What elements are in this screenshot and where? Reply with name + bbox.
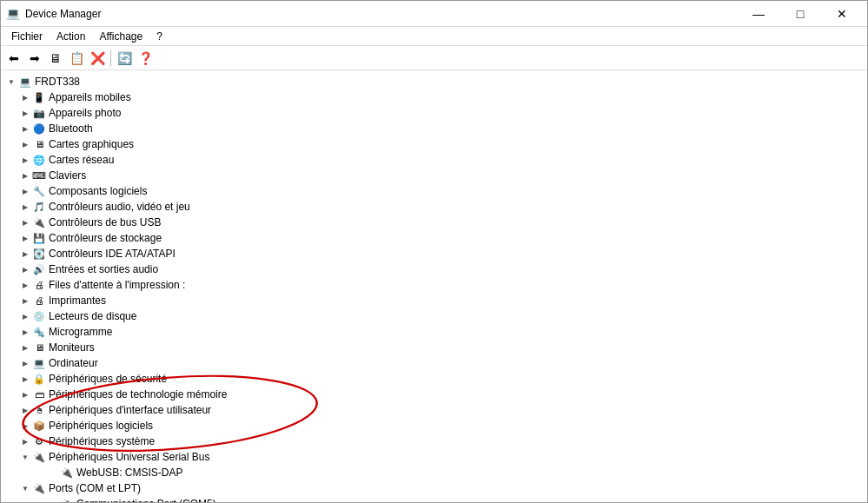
list-item[interactable]: ▶ 🌐 Cartes réseau	[1, 152, 867, 168]
memory-icon: 🗃	[32, 387, 46, 401]
mobile-icon: 📱	[32, 90, 46, 104]
expander: ▶	[18, 231, 32, 245]
refresh-button[interactable]: 🔄	[115, 49, 134, 68]
forward-button[interactable]: ➡	[25, 49, 44, 68]
item-label: Ports (COM et LPT)	[49, 482, 141, 494]
list-item[interactable]: ▶ 🖥 Moniteurs	[1, 340, 867, 355]
back-button[interactable]: ⬅	[4, 49, 23, 68]
network-icon: 🌐	[32, 153, 46, 167]
printer-icon: 🖨	[32, 294, 46, 308]
usb-device-icon: 🔌	[60, 466, 74, 480]
item-label: Périphériques de technologie mémoire	[49, 388, 227, 400]
com5-icon: 🔌	[60, 497, 74, 502]
device-manager-window: 💻 Device Manager — □ ✕ Fichier Action Af…	[0, 0, 868, 503]
list-item[interactable]: ▶ 📦 Périphériques logiciels	[1, 418, 867, 434]
list-item[interactable]: ▶ 🔒 Périphériques de sécurité	[1, 371, 867, 387]
monitor-icon: 🖥	[32, 341, 46, 354]
expander: ▶	[18, 90, 32, 104]
item-label: Communications Port (COM5)	[76, 498, 216, 502]
webusb-item[interactable]: ▶ 🔌 WebUSB: CMSIS-DAP	[1, 465, 867, 480]
item-label: Ordinateur	[49, 357, 98, 369]
properties-button[interactable]: 🖥	[46, 49, 65, 68]
camera-icon: 📷	[32, 106, 46, 120]
sys-dev-icon: ⚙	[32, 434, 46, 448]
tree-root[interactable]: ▼ 💻 FRDT338	[1, 74, 867, 89]
ports-icon: 🔌	[32, 481, 46, 495]
audio-icon: 🎵	[32, 200, 46, 214]
firmware-icon: 🔩	[32, 325, 46, 339]
computer-icon: 💻	[32, 356, 46, 370]
usb-group-item[interactable]: ▼ 🔌 Périphériques Universal Serial Bus	[1, 449, 867, 465]
hid-icon: 🖱	[32, 403, 46, 417]
gpu-icon: 🖥	[32, 137, 46, 151]
bluetooth-icon: 🔵	[32, 122, 46, 136]
ports-group-item[interactable]: ▼ 🔌 Ports (COM et LPT)	[1, 480, 867, 496]
device-tree: ▼ 💻 FRDT338 ▶ 📱 Appareils mobiles ▶ 📷 Ap…	[1, 70, 867, 502]
list-item[interactable]: ▶ 🗃 Périphériques de technologie mémoire	[1, 387, 867, 402]
item-label: Imprimantes	[49, 295, 106, 307]
menu-affichage[interactable]: Affichage	[92, 29, 149, 44]
expander: ▶	[18, 106, 32, 120]
manage-button[interactable]: 📋	[67, 49, 86, 68]
item-label: Claviers	[49, 169, 86, 182]
expander: ▼	[18, 481, 32, 495]
list-item[interactable]: ▶ 🔊 Entrées et sorties audio	[1, 261, 867, 277]
delete-button[interactable]: ❌	[88, 49, 107, 68]
help-button[interactable]: ❓	[136, 49, 155, 68]
item-label: Entrées et sorties audio	[49, 263, 158, 275]
print-queue-icon: 🖨	[32, 278, 46, 292]
title-bar: 💻 Device Manager — □ ✕	[1, 1, 867, 27]
expander: ▶	[18, 278, 32, 292]
usb-controller-icon: 🔌	[32, 215, 46, 229]
list-item[interactable]: ▶ 📱 Appareils mobiles	[1, 89, 867, 105]
list-item[interactable]: ▶ 💾 Contrôleurs de stockage	[1, 230, 867, 246]
expander: ▼	[18, 450, 32, 464]
item-label: Périphériques Universal Serial Bus	[49, 451, 209, 463]
keyboard-icon: ⌨	[32, 169, 46, 182]
list-item[interactable]: ▶ 💽 Contrôleurs IDE ATA/ATAPI	[1, 246, 867, 261]
list-item[interactable]: ▶ 🖥 Cartes graphiques	[1, 136, 867, 152]
menu-fichier[interactable]: Fichier	[4, 29, 50, 44]
list-item[interactable]: ▶ 🔌 Contrôleurs de bus USB	[1, 215, 867, 230]
menu-bar: Fichier Action Affichage ?	[1, 27, 867, 46]
usb-group-icon: 🔌	[32, 450, 46, 464]
item-label: Contrôleurs IDE ATA/ATAPI	[49, 248, 176, 260]
list-item[interactable]: ▶ 💿 Lecteurs de disque	[1, 308, 867, 324]
bluetooth-item[interactable]: ▶ 🔵 Bluetooth	[1, 121, 867, 136]
expander: ▶	[18, 309, 32, 323]
list-item[interactable]: ▶ ⌨ Claviers	[1, 168, 867, 183]
root-icon: 💻	[18, 75, 32, 89]
expander: ▶	[18, 215, 32, 229]
list-item[interactable]: ▶ ⚙ Périphériques système	[1, 434, 867, 449]
expander: ▶	[18, 262, 32, 276]
menu-action[interactable]: Action	[50, 29, 92, 44]
item-label: Cartes graphiques	[49, 138, 134, 150]
root-label: FRDT338	[35, 76, 80, 88]
list-item[interactable]: ▶ 🎵 Contrôleurs audio, vidéo et jeu	[1, 199, 867, 215]
expander: ▶	[18, 387, 32, 401]
menu-help[interactable]: ?	[149, 29, 169, 44]
item-label: Cartes réseau	[49, 154, 114, 166]
item-label: Périphériques système	[49, 435, 155, 447]
list-item[interactable]: ▶ 📷 Appareils photo	[1, 105, 867, 121]
audio-io-icon: 🔊	[32, 262, 46, 276]
minimize-button[interactable]: —	[739, 1, 779, 27]
list-item[interactable]: ▶ 🖱 Périphériques d'interface utilisateu…	[1, 402, 867, 418]
list-item[interactable]: ▶ 🖨 Files d'attente à l'impression :	[1, 277, 867, 293]
item-label: Contrôleurs de bus USB	[49, 216, 161, 228]
close-button[interactable]: ✕	[822, 1, 862, 27]
toolbar-separator	[110, 50, 111, 66]
list-item[interactable]: ▶ 💻 Ordinateur	[1, 355, 867, 371]
expander: ▶	[18, 356, 32, 370]
maximize-button[interactable]: □	[780, 1, 820, 27]
list-item[interactable]: ▶ 🖨 Imprimantes	[1, 293, 867, 308]
expander: ▶	[18, 184, 32, 198]
expander: ▶	[18, 153, 32, 167]
expander: ▶	[18, 294, 32, 308]
list-item[interactable]: ▶ 🔩 Microgramme	[1, 324, 867, 340]
list-item[interactable]: ▶ 🔧 Composants logiciels	[1, 183, 867, 199]
item-label: Composants logiciels	[49, 185, 147, 197]
title-controls: — □ ✕	[739, 1, 862, 27]
com5-item[interactable]: ▶ 🔌 Communications Port (COM5)	[1, 496, 867, 502]
root-expander: ▼	[4, 75, 18, 89]
